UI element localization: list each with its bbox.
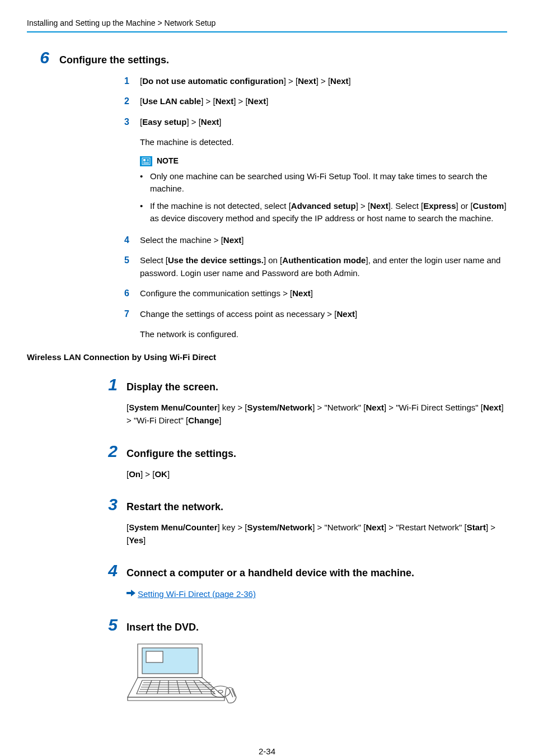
step-number: 4 xyxy=(102,559,127,582)
note-bullet-text: Only one machine can be searched using W… xyxy=(150,170,507,195)
substep-4: 4 Select the machine > [Next] xyxy=(124,234,507,247)
step-body: [On] > [OK] xyxy=(127,468,507,480)
bullet-marker: • xyxy=(140,200,150,225)
step-3: 3 Restart the network. [System Menu/Coun… xyxy=(102,493,507,547)
step-title: Connect a computer or a handheld device … xyxy=(127,566,414,580)
step-header: 2 Configure the settings. xyxy=(102,440,507,463)
substep-2: 2 [Use LAN cable] > [Next] > [Next] xyxy=(124,95,507,108)
step-number: 1 xyxy=(102,373,127,396)
note-box: NOTE • Only one machine can be searched … xyxy=(140,156,507,225)
main-step-6: 6 Configure the settings. xyxy=(27,46,507,69)
step-title: Display the screen. xyxy=(127,380,218,394)
note-header: NOTE xyxy=(140,156,507,167)
substep-list: 1 [Do not use automatic configuration] >… xyxy=(124,75,507,340)
substep-1: 1 [Do not use automatic configuration] >… xyxy=(124,75,507,88)
substep-detail: The network is configured. xyxy=(140,328,507,340)
step-header: 4 Connect a computer or a handheld devic… xyxy=(102,559,507,582)
step-title: Configure the settings. xyxy=(127,447,236,461)
step-header: 1 Display the screen. xyxy=(102,373,507,396)
note-body: • Only one machine can be searched using… xyxy=(140,170,507,225)
xref-row: Setting Wi-Fi Direct (page 2-36) xyxy=(127,587,507,601)
note-icon xyxy=(140,156,152,166)
step-number: 3 xyxy=(102,493,127,516)
substep-text: Change the settings of access point as n… xyxy=(140,308,507,321)
step-body: [System Menu/Counter] key > [System/Netw… xyxy=(127,521,507,547)
step-title: Restart the network. xyxy=(127,500,223,514)
substep-text: Configure the communication settings > [… xyxy=(140,287,507,300)
step-5: 5 Insert the DVD. xyxy=(102,613,507,712)
substep-number: 5 xyxy=(124,254,140,267)
note-bullet: • Only one machine can be searched using… xyxy=(140,170,507,195)
bullet-marker: • xyxy=(140,170,150,195)
step-body: [System Menu/Counter] key > [System/Netw… xyxy=(127,401,507,427)
xref-link[interactable]: Setting Wi-Fi Direct (page 2-36) xyxy=(138,587,256,600)
step-number: 5 xyxy=(102,613,127,637)
note-label: NOTE xyxy=(157,156,179,167)
svg-rect-1 xyxy=(143,159,146,161)
note-bullet-text: If the machine is not detected, select [… xyxy=(150,200,507,225)
substep-number: 7 xyxy=(124,308,140,320)
substep-7: 7 Change the settings of access point as… xyxy=(124,308,507,321)
page-content: Installing and Setting up the Machine > … xyxy=(0,0,534,756)
substep-text: [Do not use automatic configuration] > [… xyxy=(140,75,507,88)
page-number: 2-34 xyxy=(27,745,507,756)
svg-rect-7 xyxy=(146,651,163,662)
substep-6: 6 Configure the communication settings >… xyxy=(124,287,507,300)
note-bullet: • If the machine is not detected, select… xyxy=(140,200,507,225)
step-number: 2 xyxy=(102,440,127,463)
header-divider xyxy=(27,31,507,32)
step-body: Setting Wi-Fi Direct (page 2-36) xyxy=(127,587,507,601)
breadcrumb: Installing and Setting up the Machine > … xyxy=(27,18,507,29)
step-4: 4 Connect a computer or a handheld devic… xyxy=(102,559,507,601)
substep-number: 1 xyxy=(124,75,140,87)
substep-number: 4 xyxy=(124,234,140,246)
substep-number: 3 xyxy=(124,116,140,128)
substep-5: 5 Select [Use the device settings.] on [… xyxy=(124,254,507,279)
substep-text: Select the machine > [Next] xyxy=(140,234,507,247)
step-2: 2 Configure the settings. [On] > [OK] xyxy=(102,440,507,480)
step-header: 3 Restart the network. xyxy=(102,493,507,516)
substep-number: 6 xyxy=(124,287,140,300)
step-1: 1 Display the screen. [System Menu/Count… xyxy=(102,373,507,427)
substep-text: [Use LAN cable] > [Next] > [Next] xyxy=(140,95,507,108)
svg-point-20 xyxy=(218,690,223,693)
section-heading: Wireless LAN Connection by Using Wi-Fi D… xyxy=(27,351,507,363)
substep-number: 2 xyxy=(124,95,140,108)
arrow-icon xyxy=(127,587,138,601)
substep-detail: The machine is detected. xyxy=(140,136,507,148)
substep-text: Select [Use the device settings.] on [Au… xyxy=(140,254,507,279)
main-step-number: 6 xyxy=(27,46,59,69)
step-title: Insert the DVD. xyxy=(127,620,199,634)
laptop-dvd-illustration xyxy=(127,641,507,712)
substep-3: 3 [Easy setup] > [Next] xyxy=(124,116,507,129)
step-header: 5 Insert the DVD. xyxy=(102,613,507,637)
substep-text: [Easy setup] > [Next] xyxy=(140,116,507,129)
main-step-title: Configure the settings. xyxy=(59,53,169,67)
